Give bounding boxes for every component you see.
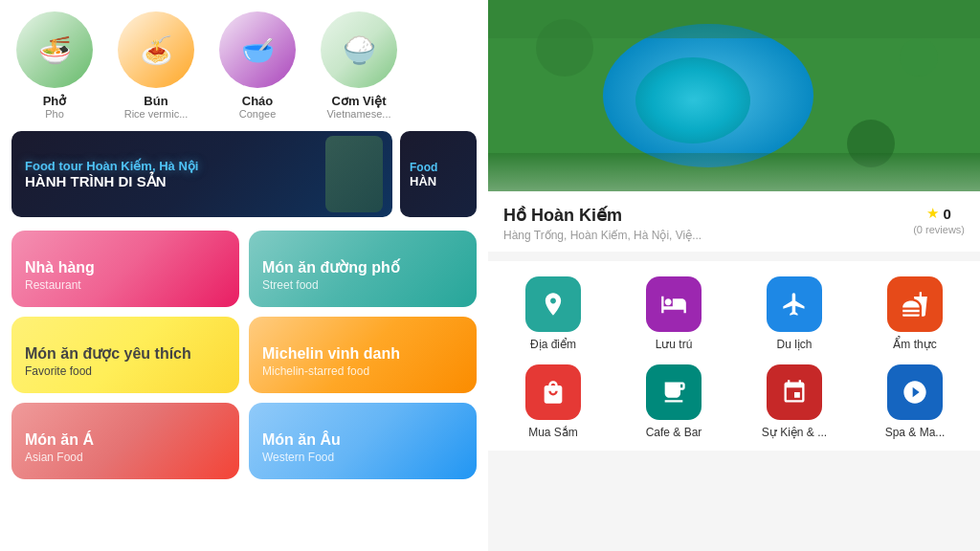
cat-card-mon-au[interactable]: Món ăn Âu Western Food xyxy=(249,403,477,479)
food-circle-com: 🍚 xyxy=(321,11,397,88)
food-name-chao: Cháo xyxy=(242,94,274,108)
location-info: Hồ Hoàn Kiếm Hàng Trống, Hoàn Kiếm, Hà N… xyxy=(488,191,980,252)
spa-label: Spa & Ma... xyxy=(885,426,946,439)
cat-title-duong-pho: Món ăn đường phố xyxy=(262,258,463,276)
food-circle-pho: 🍜 xyxy=(16,11,93,88)
cat-sub-michelin: Michelin-starred food xyxy=(262,364,463,378)
rating-box: ★ 0 (0 reviews) xyxy=(913,205,965,235)
food-item-com[interactable]: 🍚 Cơm Việt Vietnamese... xyxy=(316,11,402,120)
location-image xyxy=(488,0,980,191)
icon-item-mua-sam[interactable]: Mua Sắm xyxy=(500,364,607,439)
svg-point-6 xyxy=(900,38,938,77)
banner-main-subtitle: HÀNH TRÌNH DI SẢN xyxy=(25,173,379,190)
food-item-chao[interactable]: 🥣 Cháo Congee xyxy=(214,11,301,120)
svg-point-5 xyxy=(847,120,895,167)
luu-tru-label: Lưu trú xyxy=(656,338,693,351)
food-circle-bun: 🍝 xyxy=(118,11,194,88)
right-panel: Hồ Hoàn Kiếm Hàng Trống, Hoàn Kiếm, Hà N… xyxy=(488,0,980,551)
cafe-bar-label: Cafe & Bar xyxy=(646,426,702,439)
icon-item-su-kien[interactable]: Sự Kiện & ... xyxy=(741,364,848,439)
banner-main[interactable]: Food tour Hoàn Kiếm, Hà Nội HÀNH TRÌNH D… xyxy=(11,131,392,217)
banner-small-title: Food xyxy=(410,161,467,174)
rating-stars: ★ 0 xyxy=(926,205,950,222)
cat-title-michelin: Michelin vinh danh xyxy=(262,344,463,363)
svg-point-1 xyxy=(603,24,813,167)
dia-diem-icon[interactable] xyxy=(525,276,581,332)
icon-item-cafe-bar[interactable]: Cafe & Bar xyxy=(620,364,727,439)
location-address: Hàng Trống, Hoàn Kiếm, Hà Nội, Việ... xyxy=(503,229,702,242)
location-name: Hồ Hoàn Kiếm xyxy=(503,205,702,226)
su-kien-icon[interactable] xyxy=(767,364,822,420)
cat-title-nha-hang: Nhà hàng xyxy=(25,258,226,276)
icon-item-du-lich[interactable]: Du lịch xyxy=(741,276,848,351)
am-thuc-label: Ẩm thực xyxy=(893,338,936,351)
cat-card-duong-pho[interactable]: Món ăn đường phố Street food xyxy=(249,231,477,307)
food-sub-chao: Congee xyxy=(239,108,277,120)
food-circle-chao: 🥣 xyxy=(219,11,296,88)
svg-rect-3 xyxy=(488,153,980,191)
du-lich-icon[interactable] xyxy=(767,276,822,332)
banner-small-sub: HÀN xyxy=(410,174,467,188)
cat-sub-nha-hang: Restaurant xyxy=(25,278,226,292)
du-lich-label: Du lịch xyxy=(776,338,812,351)
food-sub-pho: Pho xyxy=(45,108,64,120)
dia-diem-label: Địa điểm xyxy=(530,338,576,351)
cat-title-mon-au: Món ăn Âu xyxy=(262,430,463,449)
icon-grid: Địa điểm Lưu trú Du lịch Ẩm thực Mua Sắm xyxy=(488,261,980,451)
food-name-bun: Bún xyxy=(144,94,167,108)
cat-sub-yeu-thich: Favorite food xyxy=(25,364,226,378)
cafe-bar-icon[interactable] xyxy=(646,364,702,420)
cat-title-mon-a: Món ăn Á xyxy=(25,430,226,449)
rating-number: 0 xyxy=(943,206,950,222)
icon-item-spa[interactable]: Spa & Ma... xyxy=(861,364,969,439)
left-panel: 🍜 Phở Pho 🍝 Bún Rice vermic... 🥣 Cháo Co… xyxy=(0,0,488,551)
food-item-bun[interactable]: 🍝 Bún Rice vermic... xyxy=(113,11,199,120)
cat-sub-duong-pho: Street food xyxy=(262,278,463,292)
banner-small[interactable]: Food HÀN xyxy=(400,131,477,217)
rating-count: (0 reviews) xyxy=(913,224,965,235)
cat-card-nha-hang[interactable]: Nhà hàng Restaurant xyxy=(11,231,239,307)
category-grid: Nhà hàng Restaurant Món ăn đường phố Str… xyxy=(11,231,477,479)
svg-point-4 xyxy=(536,19,593,77)
cat-card-mon-a[interactable]: Món ăn Á Asian Food xyxy=(11,403,239,479)
cat-title-yeu-thich: Món ăn được yêu thích xyxy=(25,344,226,363)
mua-sam-icon[interactable] xyxy=(525,364,581,420)
icon-item-dia-diem[interactable]: Địa điểm xyxy=(500,276,607,351)
mua-sam-label: Mua Sắm xyxy=(528,426,578,439)
banner-main-title: Food tour Hoàn Kiếm, Hà Nội xyxy=(25,159,379,173)
icon-item-am-thuc[interactable]: Ẩm thực xyxy=(861,276,969,351)
star-icon: ★ xyxy=(926,205,939,222)
cat-sub-mon-au: Western Food xyxy=(262,451,463,464)
food-name-pho: Phở xyxy=(43,94,67,108)
food-sub-com: Vietnamese... xyxy=(326,108,390,120)
location-svg xyxy=(488,0,980,191)
cat-card-yeu-thich[interactable]: Món ăn được yêu thích Favorite food xyxy=(11,317,239,393)
icon-item-luu-tru[interactable]: Lưu trú xyxy=(620,276,727,351)
cat-sub-mon-a: Asian Food xyxy=(25,451,226,464)
food-item-pho[interactable]: 🍜 Phở Pho xyxy=(11,11,98,120)
spa-icon[interactable] xyxy=(887,364,943,420)
location-text: Hồ Hoàn Kiếm Hàng Trống, Hoàn Kiếm, Hà N… xyxy=(503,205,702,242)
luu-tru-icon[interactable] xyxy=(646,276,702,332)
food-name-com: Cơm Việt xyxy=(332,94,387,108)
am-thuc-icon[interactable] xyxy=(887,276,943,332)
su-kien-label: Sự Kiện & ... xyxy=(762,426,827,439)
food-categories: 🍜 Phở Pho 🍝 Bún Rice vermic... 🥣 Cháo Co… xyxy=(11,11,477,120)
cat-card-michelin[interactable]: Michelin vinh danh Michelin-starred food xyxy=(249,317,477,393)
food-sub-bun: Rice vermic... xyxy=(124,108,189,120)
banner-row: Food tour Hoàn Kiếm, Hà Nội HÀNH TRÌNH D… xyxy=(11,131,477,217)
